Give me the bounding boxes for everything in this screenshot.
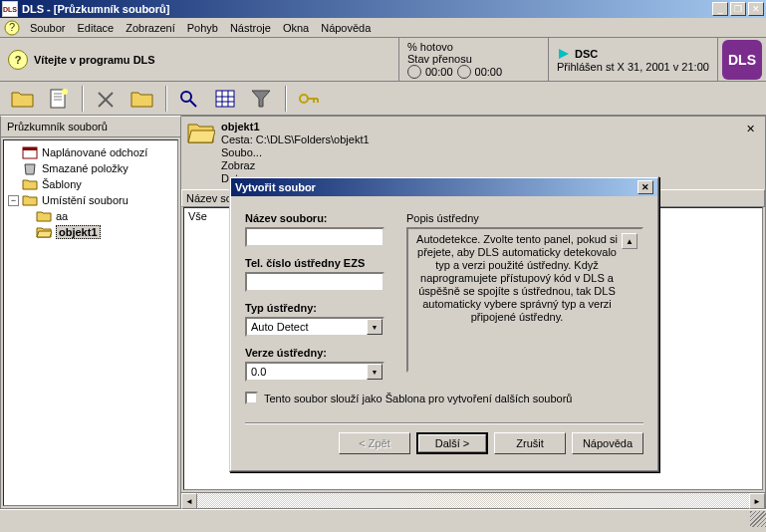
folder-open-icon xyxy=(22,193,38,207)
desc-title: Popis ústředny xyxy=(406,212,643,224)
menu-okna[interactable]: Okna xyxy=(277,20,315,36)
tree-file-location[interactable]: − Umístění souboru xyxy=(8,192,173,208)
app-icon: DLS xyxy=(2,1,18,17)
svg-marker-2 xyxy=(559,49,569,59)
calendar-icon xyxy=(22,145,38,159)
main-titlebar: DLS DLS - [Průzkumník souborů] _ ❐ ✕ xyxy=(0,0,766,18)
svg-point-18 xyxy=(300,95,308,103)
cancel-button[interactable]: Zrušit xyxy=(494,432,566,454)
menu-zobrazeni[interactable]: Zobrazení xyxy=(120,20,181,36)
file-name-label: Název souboru: xyxy=(245,212,394,224)
infobar: ? Vítejte v programu DLS % hotovo Stav p… xyxy=(0,38,766,82)
file-name-input[interactable] xyxy=(245,227,384,247)
tool-folder-button[interactable] xyxy=(128,84,157,114)
menu-soubor[interactable]: Soubor xyxy=(24,20,71,36)
create-file-dialog: Vytvořit soubor ✕ Název souboru: Tel. čí… xyxy=(229,176,659,472)
menu-editace[interactable]: Editace xyxy=(71,20,120,36)
svg-marker-17 xyxy=(252,91,270,107)
window-title: DLS - [Průzkumník souborů] xyxy=(22,3,712,15)
menu-napoveda[interactable]: Nápověda xyxy=(315,20,377,36)
dls-logo: DLS xyxy=(722,40,762,80)
percent-done-label: % hotovo xyxy=(407,41,453,53)
scroll-right-button[interactable]: ► xyxy=(749,493,765,509)
mdi-minimize-button[interactable]: _ xyxy=(712,2,728,16)
connection-label: DSC xyxy=(575,48,598,60)
panel-version-value: 0.0 xyxy=(247,366,367,378)
explorer-title: Průzkumník souborů xyxy=(1,117,180,137)
menu-pohyb[interactable]: Pohyb xyxy=(181,20,224,36)
dialog-titlebar[interactable]: Vytvořit soubor ✕ xyxy=(231,178,657,196)
scroll-up-button[interactable]: ▲ xyxy=(622,233,638,249)
tool-find-button[interactable] xyxy=(175,84,205,114)
object-count: Soubo... xyxy=(221,146,370,159)
folder-open-icon xyxy=(187,121,215,144)
menu-nastroje[interactable]: Nástroje xyxy=(224,20,277,36)
transfer-state-label: Stav přenosu xyxy=(407,53,472,65)
folder-icon xyxy=(22,177,38,191)
object-path: Cesta: C:\DLS\Folders\objekt1 xyxy=(221,133,370,146)
tree-objekt1[interactable]: objekt1 xyxy=(8,224,173,240)
panel-type-select[interactable]: Auto Detect ▼ xyxy=(245,317,384,337)
menubar: ? Soubor Editace Zobrazení Pohyb Nástroj… xyxy=(0,18,766,38)
info-icon: ? xyxy=(8,50,28,70)
tree-aa[interactable]: aa xyxy=(8,208,173,224)
welcome-text: Vítejte v programu DLS xyxy=(34,54,155,66)
chevron-down-icon[interactable]: ▼ xyxy=(367,319,383,335)
clock-icon xyxy=(457,65,471,79)
template-checkbox[interactable] xyxy=(245,392,258,404)
clock-icon xyxy=(407,65,421,79)
svg-text:?: ? xyxy=(9,21,15,33)
tool-cut-button[interactable] xyxy=(92,84,122,114)
description-scrollbar[interactable]: ▲ xyxy=(622,233,638,367)
horizontal-scrollbar[interactable]: ◄ ► xyxy=(181,492,765,508)
tool-key-button[interactable] xyxy=(295,84,325,114)
system-menu-icon[interactable]: ? xyxy=(4,20,20,36)
svg-line-11 xyxy=(190,101,196,107)
svg-rect-12 xyxy=(216,91,234,107)
description-box: Autodetekce. Zvolte tento panel, pokud s… xyxy=(406,227,643,373)
tree-scheduled[interactable]: Naplánované odchozí xyxy=(8,144,173,160)
tree-templates[interactable]: Šablony xyxy=(8,176,173,192)
mdi-close-button[interactable]: ✕ xyxy=(748,2,764,16)
svg-point-7 xyxy=(62,89,68,95)
next-button[interactable]: Další > xyxy=(416,432,488,454)
chevron-down-icon[interactable]: ▼ xyxy=(367,364,383,380)
open-folder-button[interactable] xyxy=(8,84,38,114)
trash-icon xyxy=(22,161,38,175)
resize-grip[interactable] xyxy=(750,511,766,527)
new-document-button[interactable] xyxy=(44,84,74,114)
scroll-left-button[interactable]: ◄ xyxy=(181,493,197,509)
panel-type-label: Typ ústředny: xyxy=(245,302,394,314)
toolbar xyxy=(0,82,766,116)
login-info: Přihlášen st X 31, 2001 v 21:00 xyxy=(557,61,709,73)
svg-point-10 xyxy=(181,92,191,102)
panel-close-button[interactable]: ✕ xyxy=(742,121,759,185)
mdi-restore-button[interactable]: ❐ xyxy=(730,2,746,16)
back-button: < Zpět xyxy=(339,432,410,454)
panel-version-label: Verze ústředny: xyxy=(245,347,394,359)
time-elapsed: 00:00 xyxy=(425,66,453,78)
object-title: objekt1 xyxy=(221,121,370,133)
panel-version-select[interactable]: 0.0 ▼ xyxy=(245,362,384,382)
help-button[interactable]: Nápověda xyxy=(572,432,643,454)
panel-type-value: Auto Detect xyxy=(247,321,367,333)
collapse-icon[interactable]: − xyxy=(8,195,19,206)
tool-filter-button[interactable] xyxy=(247,84,277,114)
tree-deleted[interactable]: Smazané položky xyxy=(8,160,173,176)
scroll-track[interactable] xyxy=(197,493,749,508)
explorer-panel: Průzkumník souborů Naplánované odchozí S… xyxy=(0,116,181,509)
dialog-title: Vytvořit soubor xyxy=(235,181,316,193)
description-text: Autodetekce. Zvolte tento panel, pokud s… xyxy=(412,233,622,367)
tel-input[interactable] xyxy=(245,272,384,292)
tel-label: Tel. číslo ústředny EZS xyxy=(245,257,394,269)
template-checkbox-label[interactable]: Tento soubor slouží jako Šablona pro vyt… xyxy=(264,393,572,404)
folder-open-icon xyxy=(36,225,52,239)
folder-tree[interactable]: Naplánované odchozí Smazané položky Šabl… xyxy=(3,139,178,506)
object-shown: Zobraz xyxy=(221,159,370,172)
time-remaining: 00:00 xyxy=(475,66,503,78)
dialog-close-button[interactable]: ✕ xyxy=(638,180,653,194)
tool-grid-button[interactable] xyxy=(211,84,241,114)
statusbar xyxy=(0,509,766,527)
connection-icon xyxy=(557,47,571,61)
svg-rect-23 xyxy=(23,147,37,150)
